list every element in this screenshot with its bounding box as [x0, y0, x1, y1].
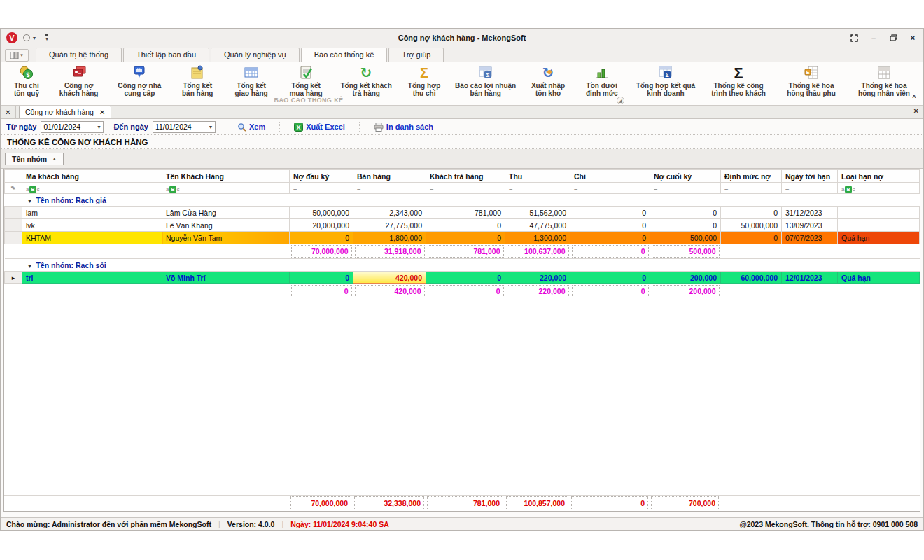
cell-8[interactable]: 0	[721, 206, 782, 219]
cell-2[interactable]: 20,000,000	[290, 219, 354, 232]
minimize-icon[interactable]: –	[869, 33, 878, 43]
cell-5[interactable]: 47,775,000	[505, 219, 570, 232]
ribbon-item-profit-report[interactable]: ΣBáo cáo lợi nhuận bán hàng	[449, 64, 522, 98]
customize-toolbar-icon[interactable]: ▾	[46, 34, 48, 41]
cell-4[interactable]: 0	[426, 219, 505, 232]
filter-cell-10[interactable]: aBc	[838, 183, 920, 194]
view-button[interactable]: Xem	[230, 121, 272, 133]
ribbon-more-icon[interactable]: ◢	[617, 97, 624, 104]
cell-6[interactable]: 0	[570, 232, 650, 244]
cell-8[interactable]: 50,000,000	[721, 219, 782, 232]
cell-7[interactable]: 0	[650, 219, 721, 232]
group-by-ten-nhom-button[interactable]: Tên nhóm ▲	[5, 153, 64, 165]
cell-1[interactable]: Nguyễn Văn Tam	[162, 232, 290, 244]
print-list-button[interactable]: In danh sách	[367, 121, 440, 133]
filter-cell-3[interactable]: =	[354, 183, 426, 194]
cell-3[interactable]: 2,343,000	[354, 206, 426, 219]
from-date-input[interactable]: ▼	[41, 121, 104, 133]
group-row[interactable]: ▼Tên nhóm: Rạch giá	[5, 194, 920, 206]
ribbon-item-returns-refresh[interactable]: ↻Tổng kết khách trả hàng	[333, 64, 400, 98]
column-header-10[interactable]: Loại hạn nợ	[838, 170, 920, 183]
ribbon-item-subcontractor-commission[interactable]: EThống kê hoa hồng thầu phụ	[775, 64, 848, 98]
cell-10[interactable]	[838, 219, 920, 232]
group-row-label[interactable]: ▼Tên nhóm: Rạch giá	[22, 194, 920, 206]
table-row[interactable]: ▸triVõ Minh Trí0420,0000220,0000200,0006…	[5, 272, 920, 284]
chevron-down-icon[interactable]: ▼	[94, 125, 103, 130]
column-header-1[interactable]: Tên Khách Hàng	[162, 170, 290, 183]
group-row-label[interactable]: ▼Tên nhóm: Rạch sỏi	[22, 259, 920, 272]
ribbon-item-low-stock-chart[interactable]: Tồn dưới định mức	[574, 64, 629, 98]
ribbon-item-business-result[interactable]: ΣTổng hợp kết quả kinh doanh	[629, 64, 702, 98]
quick-access-circle-icon[interactable]	[23, 34, 30, 41]
menu-tab-thiết-lập-ban-đầu[interactable]: Thiết lập ban đầu	[123, 48, 209, 62]
collapse-group-icon[interactable]: ▼	[27, 198, 33, 204]
column-header-9[interactable]: Ngày tới hạn	[782, 170, 838, 183]
to-date-input[interactable]: ▼	[153, 121, 216, 133]
collapse-group-icon[interactable]: ▼	[27, 263, 33, 270]
filter-cell-9[interactable]: =	[782, 183, 838, 194]
column-header-0[interactable]: Mã khách hàng	[22, 170, 162, 183]
close-document-icon[interactable]: ✕	[913, 107, 919, 115]
cell-9[interactable]: 13/09/2023	[782, 219, 838, 232]
cell-6[interactable]: 0	[570, 206, 650, 219]
group-row[interactable]: ▼Tên nhóm: Rạch sỏi	[5, 259, 920, 272]
cell-1[interactable]: Võ Minh Trí	[162, 272, 290, 284]
cell-6[interactable]: 0	[570, 272, 650, 284]
filter-cell-0[interactable]: aBc	[22, 183, 162, 194]
cell-7[interactable]: 200,000	[650, 272, 721, 284]
from-date-value[interactable]	[41, 122, 94, 131]
to-date-value[interactable]	[153, 122, 206, 131]
filter-cell-2[interactable]: =	[290, 183, 354, 194]
cell-1[interactable]: Lâm Cửa Hàng	[162, 206, 290, 219]
filter-cell-5[interactable]: =	[505, 183, 570, 194]
cell-4[interactable]: 0	[426, 272, 505, 284]
menu-tab-báo-cáo-thống-kê[interactable]: Báo cáo thống kê	[301, 48, 388, 62]
column-header-5[interactable]: Thu	[505, 170, 570, 183]
cell-9[interactable]: 07/07/2023	[782, 232, 838, 244]
cell-5[interactable]: 51,562,000	[505, 206, 570, 219]
filter-cell-6[interactable]: =	[570, 183, 650, 194]
filter-cell-7[interactable]: =	[650, 183, 721, 194]
close-all-tabs-icon[interactable]: ✕	[1, 106, 16, 118]
column-header-3[interactable]: Bán hàng	[354, 170, 426, 183]
cell-2[interactable]: 0	[290, 272, 354, 284]
cell-8[interactable]: 0	[721, 232, 782, 244]
column-header-2[interactable]: Nợ đầu kỳ	[290, 170, 354, 183]
column-header-7[interactable]: Nợ cuối kỳ	[650, 170, 721, 183]
filter-cell-8[interactable]: =	[721, 183, 782, 194]
cell-7[interactable]: 500,000	[650, 232, 721, 244]
cell-0[interactable]: KHTAM	[22, 232, 162, 244]
fullscreen-icon[interactable]	[849, 33, 859, 43]
grid-empty-area[interactable]	[4, 299, 920, 496]
table-row[interactable]: lamLâm Cửa Hàng50,000,0002,343,000781,00…	[5, 206, 920, 219]
close-tab-icon[interactable]: ✕	[99, 108, 105, 116]
filter-cell-4[interactable]: =	[426, 183, 505, 194]
ribbon-item-delivery-table[interactable]: Tổng kết giao hàng	[224, 64, 279, 98]
tab-cong-no-khach-hang[interactable]: Công nợ khách hàng ✕	[19, 106, 111, 118]
cell-5[interactable]: 1,300,000	[505, 232, 570, 244]
ribbon-item-customer-debt[interactable]: Công nợ khách hàng	[50, 64, 108, 98]
ribbon-item-cash-coins[interactable]: $Thu chi tồn quỹ	[4, 64, 50, 98]
ribbon-item-inventory-flow[interactable]: ↻Xuất nhập tồn kho	[522, 64, 575, 98]
menu-tab-quản-lý-nghiệp-vụ[interactable]: Quản lý nghiệp vụ	[211, 48, 300, 62]
cell-0[interactable]: tri	[22, 272, 162, 284]
cell-0[interactable]: lam	[22, 206, 162, 219]
cell-6[interactable]: 0	[570, 219, 650, 232]
cell-3[interactable]: 420,000	[354, 272, 426, 284]
menu-tab-trợ-giúp[interactable]: Trợ giúp	[388, 48, 444, 62]
ribbon-item-sales-note[interactable]: Tổng kết bán hàng	[171, 64, 224, 98]
cell-7[interactable]: 0	[650, 206, 721, 219]
ribbon-item-purchase-check[interactable]: Tổng kết mua hàng	[279, 64, 333, 98]
column-header-6[interactable]: Chi	[570, 170, 650, 183]
table-row[interactable]: lvkLê Văn Kháng20,000,00027,775,000047,7…	[5, 219, 920, 232]
restore-icon[interactable]	[888, 33, 898, 43]
cell-10[interactable]: Quá hạn	[838, 272, 920, 284]
cell-3[interactable]: 1,800,000	[354, 232, 426, 244]
table-row[interactable]: KHTAMNguyễn Văn Tam01,800,00001,300,0000…	[5, 232, 920, 244]
ribbon-item-sigma-gold[interactable]: ΣTổng hợp thu chi	[399, 64, 449, 98]
cell-2[interactable]: 50,000,000	[290, 206, 354, 219]
close-icon[interactable]: ×	[908, 33, 918, 43]
cell-1[interactable]: Lê Văn Kháng	[162, 219, 290, 232]
column-header-4[interactable]: Khách trả hàng	[426, 170, 505, 183]
column-header-8[interactable]: Định mức nợ	[721, 170, 782, 183]
